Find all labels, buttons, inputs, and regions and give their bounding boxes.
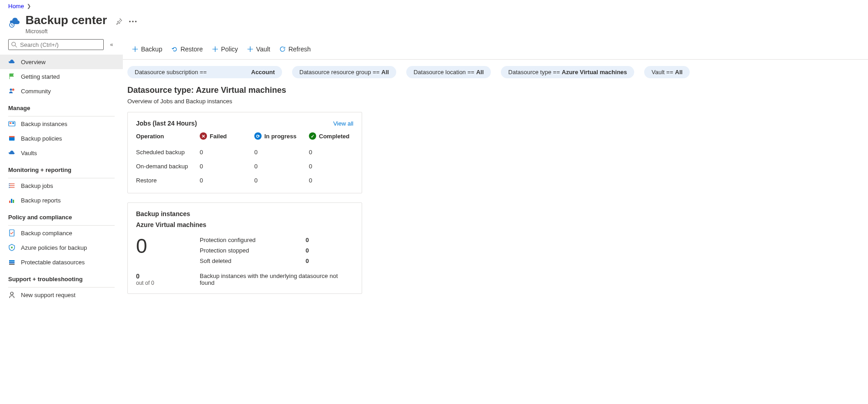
sidebar-item-label: Backup jobs — [21, 182, 53, 189]
svg-rect-9 — [9, 136, 15, 137]
backup-instances-card: Backup instances Azure Virtual machines … — [127, 202, 362, 294]
sidebar-item-label: Backup compliance — [21, 230, 72, 237]
row-label: Restore — [136, 175, 200, 186]
sidebar-item-backup-policies[interactable]: Backup policies — [0, 131, 123, 146]
support-icon — [8, 291, 15, 298]
toolbar-refresh-button[interactable]: Refresh — [275, 43, 315, 56]
svg-rect-12 — [13, 200, 14, 203]
filter-bar: Datasource subscription == Account Datas… — [123, 60, 868, 83]
sidebar-section-monitoring: Monitoring + reporting — [0, 160, 123, 176]
sidebar-item-label: Backup policies — [21, 135, 62, 142]
sidebar-item-label: Azure policies for backup — [21, 244, 87, 251]
cell: 0 — [200, 161, 254, 172]
sidebar-item-label: Getting started — [21, 73, 60, 80]
svg-rect-10 — [9, 201, 10, 203]
cell: 0 — [309, 175, 354, 186]
sidebar-item-label: Community — [21, 88, 51, 95]
plus-icon — [247, 46, 253, 52]
plus-icon — [212, 46, 218, 52]
sidebar-section-manage: Manage — [0, 98, 123, 114]
collapse-sidebar-icon[interactable]: « — [110, 41, 113, 48]
cell: 0 — [254, 147, 309, 157]
jobs-icon — [8, 182, 15, 189]
stat-value: 0 — [291, 237, 309, 243]
sidebar-item-protectable-datasources[interactable]: Protectable datasources — [0, 255, 123, 269]
card-title: Backup instances — [136, 210, 353, 217]
sidebar-item-community[interactable]: Community — [0, 84, 123, 98]
search-box[interactable] — [8, 39, 104, 50]
filter-type[interactable]: Datasource type == Azure Virtual machine… — [501, 66, 634, 78]
cell: 0 — [200, 175, 254, 186]
content-area: Backup Restore Policy Vault Refresh Data… — [123, 39, 868, 312]
filter-location[interactable]: Datasource location == All — [406, 66, 491, 78]
toolbar-label: Backup — [141, 45, 162, 53]
toolbar-restore-button[interactable]: Restore — [167, 43, 207, 56]
filter-vault[interactable]: Vault == All — [644, 66, 690, 78]
col-operation: Operation — [136, 133, 200, 143]
filter-label: Vault == — [651, 69, 673, 76]
sidebar-item-new-support[interactable]: New support request — [0, 288, 123, 302]
filter-subscription[interactable]: Datasource subscription == Account — [127, 66, 282, 78]
sidebar-item-getting-started[interactable]: Getting started — [0, 69, 123, 84]
svg-line-2 — [15, 45, 17, 47]
filter-value: Account — [251, 69, 275, 76]
sidebar-item-backup-reports[interactable]: Backup reports — [0, 193, 123, 207]
backup-center-icon — [8, 16, 21, 29]
sidebar-item-label: Overview — [21, 59, 45, 66]
sidebar-item-overview[interactable]: Overview — [0, 55, 123, 69]
search-input[interactable] — [20, 41, 101, 48]
toolbar-policy-button[interactable]: Policy — [207, 43, 242, 56]
svg-rect-6 — [10, 122, 11, 124]
col-label: Completed — [319, 133, 349, 140]
svg-point-14 — [11, 247, 13, 248]
jobs-table: Operation ✕ Failed ⟳ In progress ✓ Compl… — [136, 132, 353, 186]
stat-label: Protection stopped — [200, 247, 291, 254]
breadcrumb-home-link[interactable]: Home — [8, 3, 24, 10]
svg-rect-11 — [11, 199, 12, 203]
filter-label: Datasource subscription == — [135, 69, 207, 76]
sidebar-item-vaults[interactable]: Vaults — [0, 146, 123, 160]
card-subtitle: Azure Virtual machines — [136, 221, 353, 228]
not-found-outof: out of 0 — [136, 280, 200, 286]
not-found-count: 0 — [136, 273, 200, 280]
datasource-title: Datasource type: Azure Virtual machines — [127, 86, 863, 95]
sidebar-item-azure-policies[interactable]: Azure policies for backup — [0, 240, 123, 255]
row-label: Scheduled backup — [136, 147, 200, 157]
svg-point-18 — [10, 292, 13, 295]
toolbar-backup-button[interactable]: Backup — [127, 43, 167, 56]
toolbar: Backup Restore Policy Vault Refresh — [123, 39, 868, 60]
row-label: On-demand backup — [136, 161, 200, 172]
stat-value: 0 — [291, 247, 309, 254]
instances-icon — [8, 120, 15, 127]
toolbar-vault-button[interactable]: Vault — [242, 43, 275, 56]
pin-icon[interactable] — [115, 18, 122, 25]
search-icon — [11, 42, 17, 48]
policies-icon — [8, 135, 15, 142]
toolbar-label: Restore — [181, 45, 203, 53]
filter-resource-group[interactable]: Datasource resource group == All — [292, 66, 396, 78]
compliance-icon — [8, 229, 15, 237]
sidebar-item-label: Vaults — [21, 150, 37, 157]
svg-rect-7 — [12, 122, 14, 124]
filter-value: Azure Virtual machines — [562, 69, 627, 76]
filter-value: All — [476, 69, 484, 76]
sidebar-item-backup-compliance[interactable]: Backup compliance — [0, 226, 123, 240]
jobs-card: Jobs (last 24 Hours) View all Operation … — [127, 112, 362, 193]
view-all-link[interactable]: View all — [333, 120, 353, 127]
sidebar-item-label: New support request — [21, 292, 76, 298]
total-instances: 0 — [136, 235, 200, 258]
sidebar: « Overview Getting started Community Man… — [0, 39, 123, 312]
col-failed: ✕ Failed — [200, 132, 254, 143]
flag-icon — [8, 73, 15, 80]
col-label: Failed — [210, 133, 227, 140]
sidebar-item-backup-jobs[interactable]: Backup jobs — [0, 178, 123, 193]
stat-value: 0 — [291, 258, 309, 264]
sidebar-section-policy: Policy and compliance — [0, 207, 123, 223]
page-title: Backup center — [25, 13, 107, 27]
more-icon[interactable]: ••• — [129, 18, 138, 25]
overview-icon — [8, 58, 15, 66]
not-found-description: Backup instances with the underlying dat… — [200, 273, 353, 286]
sidebar-item-backup-instances[interactable]: Backup instances — [0, 116, 123, 131]
in-progress-icon: ⟳ — [254, 132, 262, 140]
sidebar-item-label: Backup instances — [21, 121, 67, 127]
